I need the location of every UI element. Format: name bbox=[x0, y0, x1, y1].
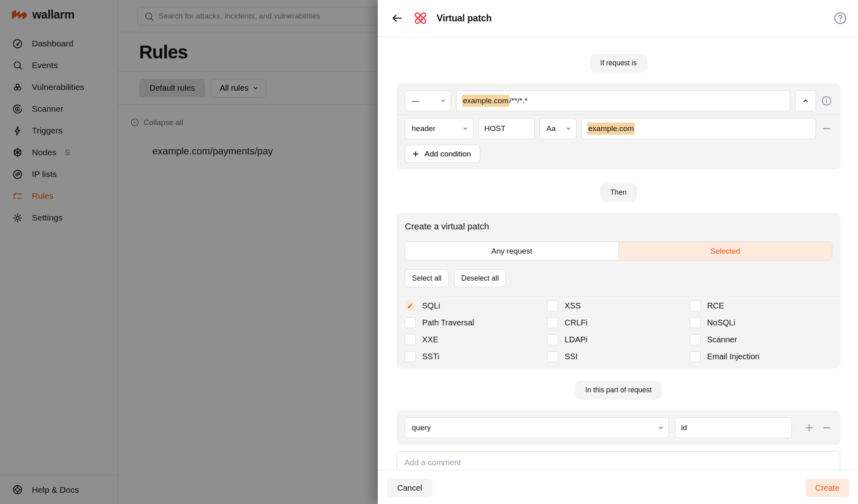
scope-tab-any-request[interactable]: Any request bbox=[405, 242, 619, 260]
back-arrow-icon[interactable] bbox=[390, 11, 404, 25]
checkbox bbox=[405, 317, 416, 328]
remove-part-icon[interactable] bbox=[821, 422, 832, 433]
deselect-all-button[interactable]: Deselect all bbox=[454, 269, 506, 287]
virtual-patch-card: Create a virtual patch Any request Selec… bbox=[397, 213, 840, 369]
checkbox bbox=[405, 351, 416, 362]
chevron-down-icon bbox=[658, 425, 664, 431]
checkbox bbox=[690, 317, 701, 328]
divider bbox=[397, 296, 840, 296]
attack-checkbox-xss[interactable]: XSS bbox=[547, 300, 689, 311]
card-heading: Create a virtual patch bbox=[405, 221, 832, 232]
part-of-request-pill: In this part of request bbox=[575, 381, 662, 400]
plus-icon bbox=[412, 150, 420, 158]
attack-types-grid: SQLi XSS RCE bbox=[405, 300, 832, 362]
request-part-card: query bbox=[397, 410, 840, 445]
app: wallarm Dashboard Events Vulnerabi bbox=[0, 0, 858, 504]
help-icon[interactable] bbox=[833, 11, 848, 25]
panel-title: Virtual patch bbox=[437, 13, 491, 24]
panel-body: If request is — example.com/**/*.* bbox=[378, 37, 858, 504]
highlighted-host: example.com bbox=[462, 95, 509, 107]
request-scope-tabs: Any request Selected bbox=[405, 242, 832, 260]
then-pill: Then bbox=[600, 183, 637, 202]
request-part-row: query bbox=[405, 417, 832, 438]
attack-checkbox-ssti[interactable]: SSTi bbox=[405, 351, 547, 362]
checkbox bbox=[547, 300, 558, 311]
attack-checkbox-crlfi[interactable]: CRLFi bbox=[547, 317, 689, 328]
checkbox bbox=[547, 317, 558, 328]
divider bbox=[397, 115, 840, 115]
virtual-patch-icon bbox=[413, 11, 428, 25]
condition-card: — example.com/**/*.* h bbox=[397, 83, 840, 169]
panel-footer: Cancel Create bbox=[378, 470, 858, 504]
checkbox bbox=[405, 334, 416, 345]
add-condition-button[interactable]: Add condition bbox=[405, 145, 480, 163]
attack-checkbox-path-traversal[interactable]: Path Traversal bbox=[405, 317, 547, 328]
chevron-down-icon bbox=[462, 126, 468, 131]
case-sensitivity-select[interactable]: Aa bbox=[539, 118, 577, 139]
scope-tab-selected[interactable]: Selected bbox=[619, 242, 832, 260]
cancel-button[interactable]: Cancel bbox=[387, 479, 432, 497]
selection-buttons: Select all Deselect all bbox=[405, 269, 832, 287]
panel-header: Virtual patch bbox=[378, 0, 858, 37]
attack-checkbox-ldapi[interactable]: LDAPi bbox=[547, 334, 689, 345]
select-all-button[interactable]: Select all bbox=[405, 269, 449, 287]
condition-row-header: header Aa example.com bbox=[405, 118, 832, 139]
checkbox bbox=[547, 351, 558, 362]
info-icon[interactable] bbox=[821, 95, 832, 106]
attack-checkbox-email-injection[interactable]: Email Injection bbox=[690, 351, 832, 362]
virtual-patch-panel: Virtual patch If request is — example.co… bbox=[378, 0, 858, 504]
create-button[interactable]: Create bbox=[806, 479, 849, 497]
attack-checkbox-xxe[interactable]: XXE bbox=[405, 334, 547, 345]
header-name-input[interactable] bbox=[478, 118, 535, 139]
remove-condition-icon[interactable] bbox=[821, 123, 832, 134]
uri-rest: /**/*.* bbox=[509, 96, 527, 105]
attack-checkbox-sqli[interactable]: SQLi bbox=[405, 300, 547, 311]
attack-checkbox-nosqli[interactable]: NoSQLi bbox=[690, 317, 832, 328]
header-value-input[interactable]: example.com bbox=[581, 118, 816, 139]
checkbox bbox=[690, 300, 701, 311]
condition-row-uri: — example.com/**/*.* bbox=[405, 90, 832, 111]
collapse-condition-button[interactable] bbox=[795, 90, 816, 111]
if-request-pill: If request is bbox=[590, 54, 647, 73]
attack-checkbox-ssi[interactable]: SSI bbox=[547, 351, 689, 362]
attack-checkbox-rce[interactable]: RCE bbox=[690, 300, 832, 311]
checkbox bbox=[690, 334, 701, 345]
uri-pattern-input[interactable]: example.com/**/*.* bbox=[456, 90, 790, 111]
attack-checkbox-scanner[interactable]: Scanner bbox=[690, 334, 832, 345]
chevron-down-icon bbox=[440, 98, 446, 104]
checkbox bbox=[690, 351, 701, 362]
checkbox bbox=[547, 334, 558, 345]
request-point-select[interactable]: query bbox=[405, 417, 669, 438]
add-part-icon[interactable] bbox=[804, 422, 815, 433]
condition-type-select[interactable]: header bbox=[405, 118, 473, 139]
condition-operator-select[interactable]: — bbox=[405, 90, 451, 111]
chevron-up-icon bbox=[802, 98, 809, 104]
parameter-name-input[interactable] bbox=[675, 417, 792, 438]
checkbox bbox=[405, 300, 416, 311]
chevron-down-icon bbox=[566, 126, 571, 131]
